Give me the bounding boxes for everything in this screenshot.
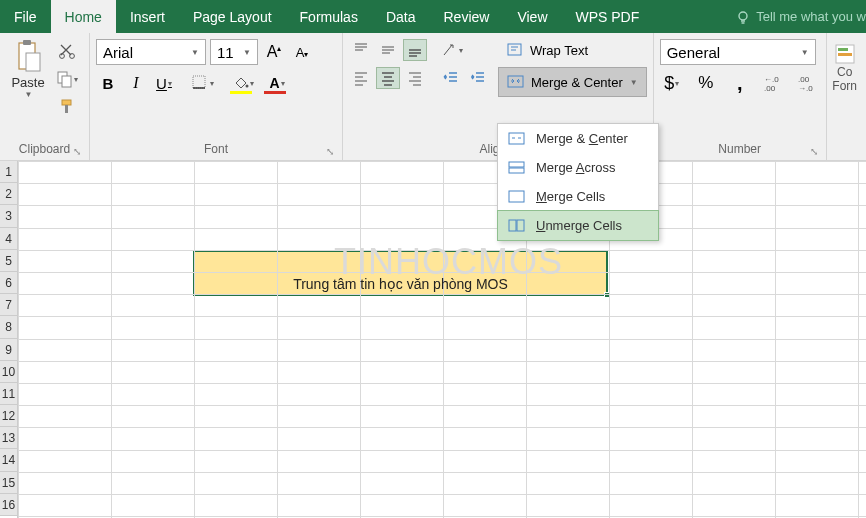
paste-button[interactable]: Paste ▼ [6, 37, 50, 139]
row-header[interactable]: 14 [0, 449, 17, 471]
number-group-label: Number [718, 142, 761, 156]
align-bottom-button[interactable] [403, 39, 427, 61]
merge-across-icon [508, 159, 526, 177]
italic-button[interactable]: I [124, 71, 148, 95]
svg-rect-9 [193, 76, 205, 88]
align-left-button[interactable] [349, 67, 373, 89]
group-styles-partial: Co Forn [827, 33, 863, 160]
merge-dropdown: Merge & Center Merge Across Merge Cells … [497, 123, 659, 241]
scissors-icon [58, 42, 76, 60]
decrease-decimal-button[interactable]: .00→.0 [796, 71, 820, 95]
borders-button[interactable]: ▾ [190, 71, 214, 95]
row-header[interactable]: 7 [0, 294, 17, 316]
percent-button[interactable]: % [694, 71, 718, 95]
row-header[interactable]: 10 [0, 361, 17, 383]
align-middle-button[interactable] [376, 39, 400, 61]
row-header[interactable]: 5 [0, 250, 17, 272]
paste-label: Paste [11, 75, 44, 90]
align-top-button[interactable] [349, 39, 373, 61]
svg-rect-3 [26, 53, 40, 71]
svg-rect-20 [509, 133, 524, 144]
tell-me-search[interactable]: Tell me what you w [725, 0, 866, 33]
row-header[interactable]: 12 [0, 405, 17, 427]
number-launcher[interactable]: ⤡ [810, 146, 818, 157]
increase-indent-button[interactable] [466, 67, 490, 89]
underline-button[interactable]: U▾ [152, 71, 176, 95]
menu-merge-center[interactable]: Merge & Center [498, 124, 658, 153]
row-header[interactable]: 3 [0, 205, 17, 227]
row-header[interactable]: 1 [0, 161, 17, 183]
tab-insert[interactable]: Insert [116, 0, 179, 33]
merged-cell-text: Trung tâm tin học văn phòng MOS [293, 276, 508, 292]
svg-rect-24 [509, 220, 516, 231]
tab-formulas[interactable]: Formulas [286, 0, 372, 33]
svg-rect-25 [517, 220, 524, 231]
row-header[interactable]: 6 [0, 272, 17, 294]
font-color-button[interactable]: A▾ [262, 71, 292, 95]
row-header[interactable]: 8 [0, 316, 17, 338]
tab-review[interactable]: Review [430, 0, 504, 33]
svg-point-5 [70, 54, 75, 59]
merge-center-icon [508, 130, 526, 148]
row-header[interactable]: 4 [0, 228, 17, 250]
row-header[interactable]: 9 [0, 339, 17, 361]
chevron-down-icon[interactable]: ▼ [630, 78, 638, 87]
row-header[interactable]: 15 [0, 472, 17, 494]
tab-file[interactable]: File [0, 0, 51, 33]
svg-text:→.0: →.0 [798, 84, 813, 92]
clipboard-launcher[interactable]: ⤡ [73, 146, 81, 157]
row-header[interactable]: 13 [0, 427, 17, 449]
format-painter-button[interactable] [56, 97, 78, 117]
bucket-icon [233, 76, 249, 90]
inc-decimal-icon: ←.0.00 [764, 74, 784, 92]
align-right-button[interactable] [403, 67, 427, 89]
merged-cell-selection[interactable]: Trung tâm tin học văn phòng MOS [193, 250, 608, 296]
font-group-label: Font [204, 142, 228, 156]
unmerge-icon [508, 217, 526, 235]
font-size-select[interactable]: 11▼ [210, 39, 258, 65]
menu-merge-cells[interactable]: Merge Cells [498, 182, 658, 211]
tab-page-layout[interactable]: Page Layout [179, 0, 286, 33]
cut-button[interactable] [56, 41, 78, 61]
copy-button[interactable]: ▾ [56, 69, 78, 89]
tab-wps-pdf[interactable]: WPS PDF [562, 0, 654, 33]
tab-view[interactable]: View [503, 0, 561, 33]
svg-rect-2 [23, 40, 31, 45]
merge-cells-icon [508, 188, 526, 206]
align-bottom-icon [406, 41, 424, 59]
tab-data[interactable]: Data [372, 0, 430, 33]
clipboard-paste-icon [14, 39, 42, 73]
outdent-icon [442, 69, 460, 87]
svg-rect-12 [508, 76, 523, 87]
wrap-text-button[interactable]: Wrap Text [498, 37, 647, 63]
number-format-select[interactable]: General▼ [660, 39, 816, 65]
tab-home[interactable]: Home [51, 0, 116, 33]
group-font: Arial▼ 11▼ A▴ A▾ B I U▾ ▾ ▾ A▾ Font⤡ [90, 33, 343, 160]
font-launcher[interactable]: ⤡ [326, 146, 334, 157]
menu-unmerge-cells[interactable]: Unmerge Cells [497, 210, 659, 241]
row-header[interactable]: 16 [0, 494, 17, 516]
svg-rect-19 [838, 53, 852, 56]
copy-icon [56, 70, 73, 88]
decrease-indent-button[interactable] [439, 67, 463, 89]
clipboard-group-label: Clipboard [19, 142, 70, 156]
comma-button[interactable]: , [728, 71, 752, 95]
menu-merge-across[interactable]: Merge Across [498, 153, 658, 182]
svg-rect-22 [509, 168, 524, 173]
align-center-button[interactable] [376, 67, 400, 89]
ribbon-tabs: File Home Insert Page Layout Formulas Da… [0, 0, 866, 33]
merge-center-button[interactable]: Merge & Center ▼ [498, 67, 647, 97]
increase-font-button[interactable]: A▴ [262, 40, 286, 64]
menu-unmerge-label: Unmerge Cells [536, 218, 622, 233]
bold-button[interactable]: B [96, 71, 120, 95]
merge-center-icon [507, 73, 525, 91]
fill-color-button[interactable]: ▾ [228, 71, 258, 95]
decrease-font-button[interactable]: A▾ [290, 40, 314, 64]
row-header[interactable]: 2 [0, 183, 17, 205]
cell-grid[interactable]: TINHOCMOS Trung tâm tin học văn phòng MO… [18, 161, 866, 518]
orientation-button[interactable]: ▾ [439, 39, 463, 61]
font-name-select[interactable]: Arial▼ [96, 39, 206, 65]
accounting-button[interactable]: $▾ [660, 71, 684, 95]
increase-decimal-button[interactable]: ←.0.00 [762, 71, 786, 95]
row-header[interactable]: 11 [0, 383, 17, 405]
